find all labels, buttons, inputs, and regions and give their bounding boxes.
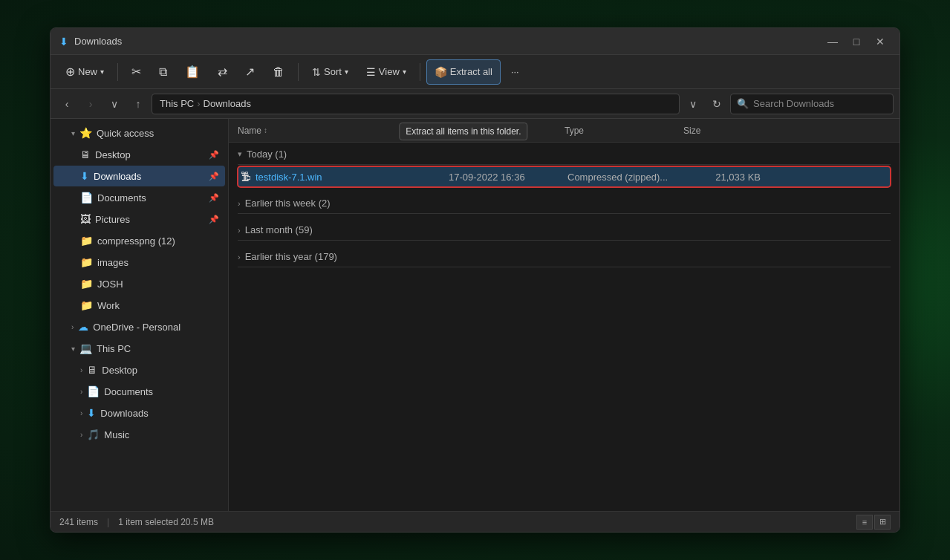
sidebar-item-this-pc[interactable]: ▾ 💻 This PC: [53, 338, 225, 359]
col-header-name[interactable]: Name ↕: [238, 126, 446, 136]
grid-view-button[interactable]: ⊞: [874, 515, 891, 530]
this-pc-icon: 💻: [79, 342, 92, 354]
documents-quick-label: Documents: [97, 192, 204, 204]
sidebar-item-music-pc[interactable]: › 🎵 Music: [53, 424, 225, 445]
sidebar-item-quick-access[interactable]: ▾ ⭐ Quick access: [53, 123, 225, 143]
sort-label: Sort: [324, 66, 342, 77]
group-last-month[interactable]: › Last month (59): [238, 218, 891, 238]
testdisk-size: 21,033 KB: [686, 172, 761, 183]
main-content: ▾ ⭐ Quick access 🖥 Desktop 📌 ⬇ Downloads…: [51, 119, 899, 511]
maximize-button[interactable]: □: [846, 33, 867, 51]
desktop-label: Desktop: [95, 149, 204, 160]
forward-button[interactable]: ›: [80, 94, 101, 114]
sort-button[interactable]: ⇅ Sort ▾: [305, 59, 356, 85]
more-button[interactable]: ···: [504, 59, 527, 85]
copy-icon: ⧉: [159, 65, 167, 79]
earlier-year-label: Earlier this year (179): [245, 251, 337, 262]
quick-access-arrow: ▾: [71, 129, 75, 137]
column-headers: Name ↕ Date modified ↓ Type Size: [229, 119, 899, 143]
back-button[interactable]: ‹: [56, 94, 77, 114]
paste-icon: 📋: [185, 65, 200, 79]
refresh-button[interactable]: ↻: [706, 94, 727, 114]
recent-locations-button[interactable]: ∨: [104, 94, 125, 114]
path-pc: This PC: [160, 98, 194, 109]
documents-pc-icon: 📄: [87, 385, 100, 397]
sidebar-item-pictures-quick[interactable]: 🖼 Pictures 📌: [53, 209, 225, 229]
sidebar-item-desktop-pc[interactable]: › 🖥 Desktop: [53, 359, 225, 380]
path-downloads: Downloads: [204, 98, 251, 109]
sidebar-item-desktop-quick[interactable]: 🖥 Desktop 📌: [53, 144, 225, 165]
delete-button[interactable]: 🗑: [265, 59, 292, 85]
downloads-quick-icon: ⬇: [80, 170, 89, 182]
cut-icon: ✂: [131, 65, 141, 79]
up-button[interactable]: ↑: [128, 94, 149, 114]
toolbar-sep-3: [420, 63, 420, 81]
testdisk-icon: 🗜: [241, 171, 251, 183]
col-header-date[interactable]: Date modified ↓: [446, 126, 565, 136]
file-area: Name ↕ Date modified ↓ Type Size ▾: [229, 119, 899, 511]
this-pc-arrow: ▾: [71, 345, 75, 353]
search-box[interactable]: 🔍 Search Downloads: [730, 94, 894, 114]
delete-icon: 🗑: [273, 65, 284, 79]
desktop-pc-label: Desktop: [102, 365, 219, 376]
extract-all-button[interactable]: 📦 Extract all: [426, 59, 501, 85]
cut-button[interactable]: ✂: [124, 59, 149, 85]
work-folder-icon: 📁: [80, 299, 93, 311]
col-header-type[interactable]: Type: [565, 126, 683, 136]
group-earlier-year[interactable]: › Earlier this year (179): [238, 245, 891, 265]
paste-button[interactable]: 📋: [178, 59, 207, 85]
file-row-testdisk[interactable]: 🗜 testdisk-7.1.win 17-09-2022 16:36 Comp…: [238, 166, 891, 187]
onedrive-arrow: ›: [71, 323, 74, 331]
earlier-year-expand-icon: ›: [238, 253, 241, 261]
pictures-quick-icon: 🖼: [80, 213, 91, 225]
sidebar-item-compresspng[interactable]: 📁 compresspng (12): [53, 230, 225, 251]
quick-access-label: Quick access: [97, 128, 219, 139]
documents-pc-arrow: ›: [80, 388, 82, 396]
earlier-week-divider: [238, 213, 891, 214]
col-header-size[interactable]: Size: [683, 126, 758, 136]
extract-icon: 📦: [435, 66, 447, 78]
compresspng-label: compresspng (12): [97, 235, 219, 247]
address-path[interactable]: This PC › Downloads: [152, 94, 680, 114]
sidebar: ▾ ⭐ Quick access 🖥 Desktop 📌 ⬇ Downloads…: [51, 119, 229, 511]
sidebar-item-downloads-quick[interactable]: ⬇ Downloads 📌: [53, 166, 225, 186]
group-earlier-week[interactable]: › Earlier this week (2): [238, 192, 891, 212]
sidebar-item-josh[interactable]: 📁 JOSH: [53, 273, 225, 294]
path-dropdown-button[interactable]: ∨: [683, 94, 703, 114]
music-pc-label: Music: [104, 429, 219, 440]
sidebar-item-onedrive[interactable]: › ☁ OneDrive - Personal: [53, 316, 225, 337]
sidebar-item-work[interactable]: 📁 Work: [53, 295, 225, 316]
title-bar: ⬇ Downloads — □ ✕: [51, 28, 899, 55]
compresspng-icon: 📁: [80, 235, 93, 247]
close-button[interactable]: ✕: [870, 33, 891, 51]
extract-container: Extract all items in this folder. 📦 Extr…: [426, 59, 501, 85]
minimize-button[interactable]: —: [822, 33, 843, 51]
today-label: Today (1): [247, 149, 287, 160]
search-placeholder: Search Downloads: [753, 98, 834, 109]
onedrive-icon: ☁: [78, 321, 88, 333]
share-button[interactable]: ↗: [238, 59, 262, 85]
copy-button[interactable]: ⧉: [152, 59, 175, 85]
desktop-pc-arrow: ›: [80, 366, 82, 374]
downloads-quick-label: Downloads: [94, 171, 204, 182]
sidebar-item-documents-pc[interactable]: › 📄 Documents: [53, 381, 225, 402]
rename-icon: ⇄: [218, 65, 227, 79]
new-label: New: [78, 66, 97, 77]
list-view-button[interactable]: ≡: [856, 515, 873, 530]
sidebar-item-downloads-pc[interactable]: › ⬇ Downloads: [53, 403, 225, 423]
sidebar-item-images[interactable]: 📁 images: [53, 252, 225, 273]
images-folder-icon: 📁: [80, 256, 93, 268]
testdisk-name: testdisk-7.1.win: [256, 172, 449, 183]
sidebar-item-documents-quick[interactable]: 📄 Documents 📌: [53, 187, 225, 208]
last-month-divider: [238, 240, 891, 241]
new-button[interactable]: ⊕ New ▾: [58, 59, 111, 85]
file-list: ▾ Today (1) 🗜 testdisk-7.1.win 17-09-202…: [229, 143, 899, 269]
rename-button[interactable]: ⇄: [210, 59, 235, 85]
sort-icon: ⇅: [312, 66, 321, 78]
view-button[interactable]: ☰ View ▾: [359, 59, 414, 85]
date-sort-arrow: ↓: [503, 126, 507, 134]
last-month-label: Last month (59): [245, 224, 313, 235]
status-sep: |: [107, 517, 109, 527]
pin-icon: 📌: [209, 150, 219, 160]
group-today[interactable]: ▾ Today (1): [238, 143, 891, 163]
